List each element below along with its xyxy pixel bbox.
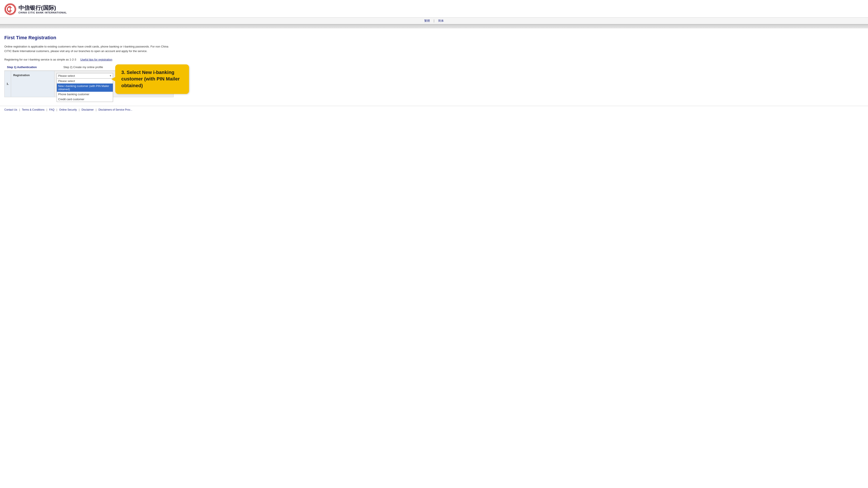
dropdown-options-list: Please select New i-banking customer (wi… <box>57 78 113 102</box>
useful-tips-link[interactable]: Useful tips for registration <box>80 58 112 61</box>
tooltip-text: 3. Select New i-banking customer (with P… <box>121 70 180 89</box>
dropdown-arrow-icon: ▼ <box>110 75 112 77</box>
dropdown-option-4[interactable]: Credit card customer <box>57 97 113 102</box>
dropdown-option-3[interactable]: Phone banking customer <box>57 92 113 97</box>
row-input-area: Please select ▼ Please select New i-bank… <box>55 71 174 97</box>
dropdown-option-2[interactable]: New i-banking customer (with PIN Mailer … <box>57 84 113 92</box>
steps-intro-text: Registering for our i-banking service is… <box>4 58 76 61</box>
footer-sep-4: | <box>79 108 80 111</box>
footer-sep-3: | <box>56 108 57 111</box>
site-header: 中信银行(国际) CHINA CITIC BANK INTERNATIONAL <box>0 0 868 18</box>
footer-contact-link[interactable]: Contact Us <box>4 108 17 111</box>
lang-separator: ｜ <box>432 19 436 22</box>
row-number: 1. <box>5 71 11 97</box>
footer-disclaimer-link[interactable]: Disclaimer <box>82 108 94 111</box>
decorative-bar <box>0 25 868 28</box>
step1-header: Step 1) Authentication <box>4 65 61 69</box>
main-content: First Time Registration Online registrat… <box>0 28 178 101</box>
steps-intro-line: Registering for our i-banking service is… <box>4 58 174 61</box>
registration-dropdown[interactable]: Please select ▼ Please select New i-bank… <box>57 73 113 78</box>
intro-paragraph: Online registration is applicable to exi… <box>4 44 174 54</box>
dropdown-trigger[interactable]: Please select ▼ <box>57 73 113 78</box>
tooltip-bubble: 3. Select New i-banking customer (with P… <box>115 64 189 94</box>
logo-chinese-text: 中信银行(国际) <box>19 5 67 11</box>
dropdown-option-1[interactable]: Please select <box>57 78 113 84</box>
language-nav: 繁體 ｜ 简体 <box>0 18 868 25</box>
page-title: First Time Registration <box>4 35 174 40</box>
lang-traditional-link[interactable]: 繁體 <box>424 19 430 22</box>
footer-terms-link[interactable]: Terms & Conditions <box>22 108 44 111</box>
site-footer: Contact Us | Terms & Conditions | FAQ | … <box>0 106 868 113</box>
footer-sep-5: | <box>96 108 96 111</box>
footer-faq-link[interactable]: FAQ <box>49 108 55 111</box>
dropdown-selected-value: Please select <box>58 74 75 77</box>
logo-text: 中信银行(国际) CHINA CITIC BANK INTERNATIONAL <box>19 5 67 14</box>
lang-simplified-link[interactable]: 简体 <box>438 19 444 22</box>
registration-row: 1. Registration Please select ▼ Please s… <box>4 71 174 97</box>
citic-logo-icon <box>4 3 16 15</box>
logo-container: 中信银行(国际) CHINA CITIC BANK INTERNATIONAL <box>4 3 67 15</box>
footer-security-link[interactable]: Online Security <box>59 108 77 111</box>
footer-disclaimers-link[interactable]: Disclaimers of Service Prov... <box>98 108 132 111</box>
row-label: Registration <box>11 71 55 97</box>
footer-sep-2: | <box>46 108 47 111</box>
step2-header: Step 2) Create my online profile <box>61 65 117 69</box>
footer-sep-1: | <box>19 108 20 111</box>
logo-english-text: CHINA CITIC BANK INTERNATIONAL <box>19 11 67 14</box>
